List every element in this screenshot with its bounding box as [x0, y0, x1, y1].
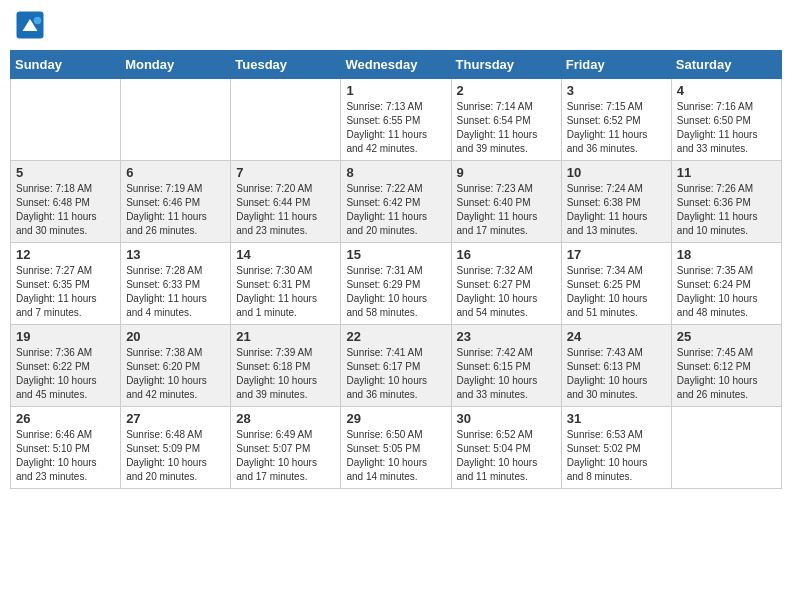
day-number: 6: [126, 165, 225, 180]
day-number: 20: [126, 329, 225, 344]
day-info: Sunrise: 6:50 AM Sunset: 5:05 PM Dayligh…: [346, 428, 445, 484]
day-cell: 24Sunrise: 7:43 AM Sunset: 6:13 PM Dayli…: [561, 325, 671, 407]
day-info: Sunrise: 7:45 AM Sunset: 6:12 PM Dayligh…: [677, 346, 776, 402]
day-cell: 15Sunrise: 7:31 AM Sunset: 6:29 PM Dayli…: [341, 243, 451, 325]
day-info: Sunrise: 7:32 AM Sunset: 6:27 PM Dayligh…: [457, 264, 556, 320]
day-cell: [121, 79, 231, 161]
week-row-1: 1Sunrise: 7:13 AM Sunset: 6:55 PM Daylig…: [11, 79, 782, 161]
day-info: Sunrise: 7:41 AM Sunset: 6:17 PM Dayligh…: [346, 346, 445, 402]
day-info: Sunrise: 7:35 AM Sunset: 6:24 PM Dayligh…: [677, 264, 776, 320]
day-number: 30: [457, 411, 556, 426]
day-info: Sunrise: 7:36 AM Sunset: 6:22 PM Dayligh…: [16, 346, 115, 402]
day-number: 29: [346, 411, 445, 426]
day-number: 23: [457, 329, 556, 344]
logo-icon: [15, 10, 45, 40]
header-cell-monday: Monday: [121, 51, 231, 79]
day-number: 10: [567, 165, 666, 180]
day-cell: 26Sunrise: 6:46 AM Sunset: 5:10 PM Dayli…: [11, 407, 121, 489]
day-cell: 9Sunrise: 7:23 AM Sunset: 6:40 PM Daylig…: [451, 161, 561, 243]
calendar-header: SundayMondayTuesdayWednesdayThursdayFrid…: [11, 51, 782, 79]
day-number: 19: [16, 329, 115, 344]
day-number: 3: [567, 83, 666, 98]
header-row: SundayMondayTuesdayWednesdayThursdayFrid…: [11, 51, 782, 79]
day-number: 2: [457, 83, 556, 98]
day-cell: 30Sunrise: 6:52 AM Sunset: 5:04 PM Dayli…: [451, 407, 561, 489]
day-info: Sunrise: 7:22 AM Sunset: 6:42 PM Dayligh…: [346, 182, 445, 238]
day-cell: 5Sunrise: 7:18 AM Sunset: 6:48 PM Daylig…: [11, 161, 121, 243]
day-number: 28: [236, 411, 335, 426]
calendar-table: SundayMondayTuesdayWednesdayThursdayFrid…: [10, 50, 782, 489]
day-number: 16: [457, 247, 556, 262]
day-info: Sunrise: 7:26 AM Sunset: 6:36 PM Dayligh…: [677, 182, 776, 238]
calendar-body: 1Sunrise: 7:13 AM Sunset: 6:55 PM Daylig…: [11, 79, 782, 489]
day-cell: [231, 79, 341, 161]
day-info: Sunrise: 6:49 AM Sunset: 5:07 PM Dayligh…: [236, 428, 335, 484]
day-number: 18: [677, 247, 776, 262]
day-number: 15: [346, 247, 445, 262]
day-cell: 6Sunrise: 7:19 AM Sunset: 6:46 PM Daylig…: [121, 161, 231, 243]
day-info: Sunrise: 6:53 AM Sunset: 5:02 PM Dayligh…: [567, 428, 666, 484]
day-number: 31: [567, 411, 666, 426]
svg-point-2: [34, 17, 42, 25]
day-info: Sunrise: 7:27 AM Sunset: 6:35 PM Dayligh…: [16, 264, 115, 320]
day-cell: 28Sunrise: 6:49 AM Sunset: 5:07 PM Dayli…: [231, 407, 341, 489]
day-info: Sunrise: 7:14 AM Sunset: 6:54 PM Dayligh…: [457, 100, 556, 156]
logo: [15, 10, 49, 40]
header-cell-tuesday: Tuesday: [231, 51, 341, 79]
day-cell: 1Sunrise: 7:13 AM Sunset: 6:55 PM Daylig…: [341, 79, 451, 161]
day-cell: 12Sunrise: 7:27 AM Sunset: 6:35 PM Dayli…: [11, 243, 121, 325]
day-cell: 31Sunrise: 6:53 AM Sunset: 5:02 PM Dayli…: [561, 407, 671, 489]
day-cell: 22Sunrise: 7:41 AM Sunset: 6:17 PM Dayli…: [341, 325, 451, 407]
header-cell-wednesday: Wednesday: [341, 51, 451, 79]
day-info: Sunrise: 6:48 AM Sunset: 5:09 PM Dayligh…: [126, 428, 225, 484]
day-number: 5: [16, 165, 115, 180]
day-cell: 27Sunrise: 6:48 AM Sunset: 5:09 PM Dayli…: [121, 407, 231, 489]
day-cell: [11, 79, 121, 161]
day-number: 4: [677, 83, 776, 98]
header-cell-sunday: Sunday: [11, 51, 121, 79]
day-cell: 23Sunrise: 7:42 AM Sunset: 6:15 PM Dayli…: [451, 325, 561, 407]
day-info: Sunrise: 7:43 AM Sunset: 6:13 PM Dayligh…: [567, 346, 666, 402]
day-number: 13: [126, 247, 225, 262]
day-cell: 17Sunrise: 7:34 AM Sunset: 6:25 PM Dayli…: [561, 243, 671, 325]
day-cell: 18Sunrise: 7:35 AM Sunset: 6:24 PM Dayli…: [671, 243, 781, 325]
day-info: Sunrise: 6:52 AM Sunset: 5:04 PM Dayligh…: [457, 428, 556, 484]
day-number: 12: [16, 247, 115, 262]
day-cell: 20Sunrise: 7:38 AM Sunset: 6:20 PM Dayli…: [121, 325, 231, 407]
day-info: Sunrise: 7:16 AM Sunset: 6:50 PM Dayligh…: [677, 100, 776, 156]
header-cell-thursday: Thursday: [451, 51, 561, 79]
day-cell: 10Sunrise: 7:24 AM Sunset: 6:38 PM Dayli…: [561, 161, 671, 243]
header-cell-friday: Friday: [561, 51, 671, 79]
day-number: 25: [677, 329, 776, 344]
day-number: 1: [346, 83, 445, 98]
header-cell-saturday: Saturday: [671, 51, 781, 79]
day-info: Sunrise: 7:18 AM Sunset: 6:48 PM Dayligh…: [16, 182, 115, 238]
day-info: Sunrise: 6:46 AM Sunset: 5:10 PM Dayligh…: [16, 428, 115, 484]
day-cell: 29Sunrise: 6:50 AM Sunset: 5:05 PM Dayli…: [341, 407, 451, 489]
day-number: 8: [346, 165, 445, 180]
week-row-4: 19Sunrise: 7:36 AM Sunset: 6:22 PM Dayli…: [11, 325, 782, 407]
day-info: Sunrise: 7:34 AM Sunset: 6:25 PM Dayligh…: [567, 264, 666, 320]
day-number: 21: [236, 329, 335, 344]
day-cell: 2Sunrise: 7:14 AM Sunset: 6:54 PM Daylig…: [451, 79, 561, 161]
day-cell: 7Sunrise: 7:20 AM Sunset: 6:44 PM Daylig…: [231, 161, 341, 243]
page-header: [10, 10, 782, 40]
day-info: Sunrise: 7:15 AM Sunset: 6:52 PM Dayligh…: [567, 100, 666, 156]
day-info: Sunrise: 7:42 AM Sunset: 6:15 PM Dayligh…: [457, 346, 556, 402]
day-info: Sunrise: 7:20 AM Sunset: 6:44 PM Dayligh…: [236, 182, 335, 238]
day-cell: 8Sunrise: 7:22 AM Sunset: 6:42 PM Daylig…: [341, 161, 451, 243]
day-number: 27: [126, 411, 225, 426]
day-cell: 21Sunrise: 7:39 AM Sunset: 6:18 PM Dayli…: [231, 325, 341, 407]
day-cell: 11Sunrise: 7:26 AM Sunset: 6:36 PM Dayli…: [671, 161, 781, 243]
week-row-3: 12Sunrise: 7:27 AM Sunset: 6:35 PM Dayli…: [11, 243, 782, 325]
day-number: 14: [236, 247, 335, 262]
day-info: Sunrise: 7:28 AM Sunset: 6:33 PM Dayligh…: [126, 264, 225, 320]
day-cell: 13Sunrise: 7:28 AM Sunset: 6:33 PM Dayli…: [121, 243, 231, 325]
day-cell: 19Sunrise: 7:36 AM Sunset: 6:22 PM Dayli…: [11, 325, 121, 407]
day-number: 17: [567, 247, 666, 262]
day-number: 24: [567, 329, 666, 344]
day-info: Sunrise: 7:31 AM Sunset: 6:29 PM Dayligh…: [346, 264, 445, 320]
week-row-5: 26Sunrise: 6:46 AM Sunset: 5:10 PM Dayli…: [11, 407, 782, 489]
day-info: Sunrise: 7:39 AM Sunset: 6:18 PM Dayligh…: [236, 346, 335, 402]
day-number: 9: [457, 165, 556, 180]
